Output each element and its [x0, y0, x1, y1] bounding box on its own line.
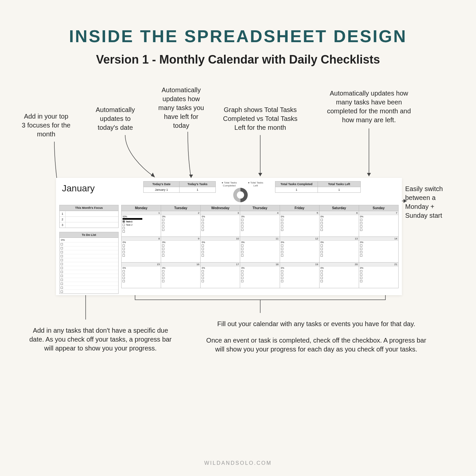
checkbox-icon[interactable] [61, 271, 63, 273]
checkbox-icon[interactable] [321, 277, 323, 279]
todo-row[interactable] [60, 278, 118, 282]
checkbox-icon[interactable] [281, 225, 283, 228]
calendar-day[interactable]: 40% [240, 211, 280, 237]
checkbox-icon[interactable] [61, 279, 63, 281]
checkbox-icon[interactable] [162, 229, 164, 231]
checkbox-icon[interactable] [241, 222, 243, 224]
checkbox-icon[interactable] [123, 270, 125, 272]
checkbox-icon[interactable] [61, 287, 63, 289]
checkbox-icon[interactable] [360, 244, 362, 247]
calendar-day[interactable]: 80% [121, 237, 161, 263]
checkbox-icon[interactable] [61, 283, 63, 285]
checkbox-icon[interactable] [281, 254, 283, 257]
calendar-day[interactable]: 210% [359, 263, 399, 288]
calendar-day[interactable]: 120% [280, 237, 320, 263]
calendar-day[interactable]: 130% [320, 237, 359, 263]
checkbox-icon[interactable] [61, 267, 63, 269]
checkbox-icon[interactable] [241, 273, 243, 276]
checkbox-icon[interactable] [360, 280, 362, 282]
checkbox-icon[interactable] [281, 251, 283, 253]
checkbox-icon[interactable] [360, 225, 362, 228]
checkbox-icon[interactable] [61, 243, 63, 245]
checkbox-icon[interactable] [123, 227, 125, 229]
calendar-day[interactable]: 100% [201, 237, 240, 263]
checkbox-icon[interactable] [281, 248, 283, 250]
checkbox-icon[interactable] [61, 251, 63, 253]
checkbox-icon[interactable] [360, 251, 362, 253]
checkbox-icon[interactable] [281, 219, 283, 221]
focus-cell[interactable] [66, 222, 118, 228]
checkbox-icon[interactable] [123, 224, 125, 226]
checkbox-icon[interactable] [241, 251, 243, 253]
checkbox-icon[interactable] [61, 259, 63, 261]
checkbox-icon[interactable] [61, 247, 63, 249]
checkbox-icon[interactable] [61, 291, 63, 293]
checkbox-icon[interactable] [360, 219, 362, 221]
checkbox-icon[interactable] [321, 270, 323, 272]
checkbox-icon[interactable] [202, 273, 204, 276]
checkbox-icon[interactable] [162, 219, 164, 221]
calendar-day[interactable]: 90% [161, 237, 201, 263]
checkbox-icon[interactable] [162, 248, 164, 250]
checkbox-icon[interactable] [123, 244, 125, 247]
todo-row[interactable] [60, 242, 118, 246]
checkbox-icon[interactable] [202, 225, 204, 228]
checkbox-icon[interactable] [162, 222, 164, 224]
checkbox-icon[interactable] [241, 277, 243, 279]
calendar-day[interactable]: 170% [201, 263, 240, 288]
todo-row[interactable] [60, 286, 118, 290]
checkbox-icon[interactable] [360, 248, 362, 250]
calendar-day[interactable]: 110% [240, 237, 280, 263]
focus-cell[interactable] [66, 211, 118, 216]
checkbox-icon[interactable] [202, 254, 204, 257]
calendar-day[interactable]: 180% [240, 263, 280, 288]
checkbox-icon[interactable] [162, 270, 164, 272]
checkbox-icon[interactable] [123, 273, 125, 276]
checkbox-icon[interactable] [202, 248, 204, 250]
checkbox-icon[interactable] [162, 254, 164, 257]
checkbox-icon[interactable] [202, 280, 204, 282]
calendar-day[interactable]: 30% [201, 211, 240, 237]
checkbox-icon[interactable] [241, 225, 243, 228]
todo-row[interactable] [60, 282, 118, 286]
checkbox-icon[interactable] [241, 229, 243, 231]
checkbox-icon[interactable] [241, 280, 243, 282]
checkbox-icon[interactable] [123, 280, 125, 282]
checkbox-icon[interactable] [202, 244, 204, 247]
checkbox-icon[interactable] [202, 270, 204, 272]
todo-row[interactable] [60, 258, 118, 262]
checkbox-icon[interactable] [321, 280, 323, 282]
checkbox-icon[interactable] [241, 219, 243, 221]
calendar-day[interactable]: 150% [121, 263, 161, 288]
checkbox-icon[interactable] [202, 277, 204, 279]
checkbox-icon[interactable] [360, 229, 362, 231]
checkbox-icon[interactable] [281, 244, 283, 247]
checkbox-icon[interactable] [202, 251, 204, 253]
checkbox-icon[interactable] [241, 254, 243, 257]
checkbox-icon[interactable] [281, 229, 283, 231]
todo-row[interactable] [60, 270, 118, 274]
checkbox-icon[interactable] [360, 277, 362, 279]
checkbox-icon[interactable] [202, 222, 204, 224]
todo-row[interactable] [60, 290, 118, 294]
checkbox-icon[interactable] [321, 229, 323, 231]
checkbox-icon[interactable] [162, 273, 164, 276]
calendar-day[interactable]: 160% [161, 263, 201, 288]
checkbox-icon[interactable] [321, 244, 323, 247]
checkbox-icon[interactable] [321, 222, 323, 224]
checkbox-icon[interactable] [321, 225, 323, 228]
checkbox-icon[interactable] [123, 251, 125, 253]
checkbox-icon[interactable] [360, 254, 362, 257]
calendar-day[interactable]: 60% [320, 211, 359, 237]
checkbox-icon[interactable] [321, 219, 323, 221]
calendar-day[interactable]: 190% [280, 263, 320, 288]
todo-row[interactable] [60, 274, 118, 278]
calendar-day[interactable]: 70% [359, 211, 399, 237]
todo-row[interactable] [60, 266, 118, 270]
checkbox-icon[interactable] [123, 230, 125, 233]
todo-row[interactable] [60, 250, 118, 254]
checkbox-icon[interactable] [321, 254, 323, 257]
checkbox-icon[interactable] [61, 255, 63, 257]
checkbox-icon[interactable] [202, 229, 204, 231]
checkbox-icon[interactable] [281, 280, 283, 282]
